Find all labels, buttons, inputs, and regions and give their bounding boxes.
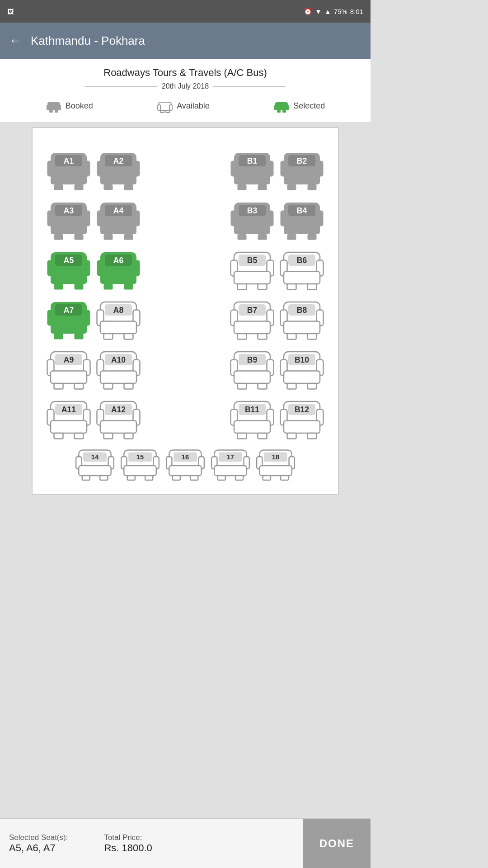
- left-pair-2: A5 A6: [46, 250, 141, 295]
- svg-text:A12: A12: [111, 405, 126, 414]
- seat-A9[interactable]: A9: [46, 349, 91, 395]
- svg-rect-11: [274, 105, 277, 110]
- svg-rect-36: [258, 184, 267, 190]
- legend-selected: Selected: [273, 98, 325, 114]
- back-button[interactable]: ←: [9, 33, 22, 48]
- svg-rect-211: [82, 476, 90, 480]
- booked-seat-icon: [46, 98, 62, 114]
- svg-rect-99: [238, 284, 247, 290]
- status-bar: 🖼 ⏰ ▼ ▲ 75% 8:01: [0, 0, 371, 23]
- svg-text:A6: A6: [113, 256, 124, 265]
- svg-rect-107: [287, 284, 296, 290]
- right-pair-1: B3 B4: [230, 200, 324, 245]
- seat-17[interactable]: 17: [210, 449, 251, 485]
- svg-rect-140: [308, 334, 317, 340]
- svg-rect-60: [124, 234, 133, 240]
- svg-rect-44: [308, 184, 317, 190]
- svg-rect-52: [75, 234, 84, 240]
- svg-rect-6: [158, 105, 160, 110]
- selected-seats-label: Selected Seat(s):: [9, 833, 68, 842]
- seat-18[interactable]: 18: [255, 449, 296, 485]
- seat-A12[interactable]: A12: [96, 399, 141, 444]
- selected-label: Selected: [293, 101, 325, 111]
- seat-A8[interactable]: A8: [96, 300, 141, 345]
- svg-rect-19: [54, 184, 63, 190]
- seat-15[interactable]: 15: [120, 449, 160, 485]
- svg-rect-131: [238, 334, 247, 340]
- alarm-icon: ⏰: [304, 7, 312, 15]
- total-price-value: Rs. 1800.0: [104, 842, 152, 854]
- page-title: Kathmandu - Pokhara: [31, 34, 145, 48]
- bottom-info: Selected Seat(s): A5, A6, A7 Total Price…: [0, 819, 303, 868]
- svg-text:B10: B10: [295, 355, 309, 364]
- svg-rect-43: [287, 184, 296, 190]
- seat-B7[interactable]: B7: [230, 300, 275, 345]
- seat-A6[interactable]: A6: [96, 250, 141, 295]
- svg-rect-227: [173, 476, 180, 480]
- svg-rect-8: [160, 110, 164, 113]
- seat-B4[interactable]: B4: [279, 200, 324, 245]
- seat-A7[interactable]: A7: [46, 300, 91, 345]
- seat-A11[interactable]: A11: [46, 399, 91, 444]
- seat-B9[interactable]: B9: [230, 349, 275, 395]
- svg-rect-115: [54, 334, 63, 340]
- selected-seats-section: Selected Seat(s): A5, A6, A7: [9, 833, 68, 854]
- svg-rect-34: [234, 172, 270, 185]
- signal-icon: ▲: [324, 8, 331, 15]
- total-price-section: Total Price: Rs. 1800.0: [104, 833, 152, 854]
- svg-rect-59: [104, 234, 113, 240]
- svg-rect-236: [235, 476, 243, 480]
- seat-B11[interactable]: B11: [230, 399, 275, 444]
- seat-B1[interactable]: B1: [230, 151, 275, 196]
- seat-16[interactable]: 16: [165, 449, 206, 485]
- booked-label: Booked: [66, 101, 93, 111]
- seat-B5[interactable]: B5: [230, 250, 275, 295]
- svg-rect-84: [75, 284, 84, 290]
- right-pair-4: B9 B10: [230, 349, 324, 395]
- date-line-right: [213, 86, 286, 87]
- photo-icon: 🖼: [7, 8, 14, 15]
- seat-B6[interactable]: B6: [279, 250, 324, 295]
- svg-text:B3: B3: [247, 206, 258, 215]
- svg-rect-155: [104, 383, 113, 389]
- svg-rect-114: [51, 321, 87, 334]
- svg-rect-203: [287, 433, 296, 439]
- svg-rect-234: [214, 466, 246, 476]
- sub-header: Roadways Tours & Travels (A/C Bus) 20th …: [0, 59, 371, 123]
- svg-rect-35: [238, 184, 247, 190]
- seat-B8[interactable]: B8: [279, 300, 324, 345]
- seat-A1[interactable]: A1: [46, 151, 91, 196]
- wifi-icon: ▼: [315, 8, 322, 15]
- svg-rect-108: [308, 284, 317, 290]
- svg-rect-164: [258, 383, 267, 389]
- seat-A10[interactable]: A10: [96, 349, 141, 395]
- seat-row-5: A11 A12: [37, 399, 333, 444]
- svg-rect-67: [238, 234, 247, 240]
- svg-rect-124: [124, 334, 133, 340]
- svg-rect-171: [287, 383, 296, 389]
- seat-14[interactable]: 14: [75, 449, 115, 485]
- seat-A3[interactable]: A3: [46, 200, 91, 245]
- svg-rect-51: [54, 234, 63, 240]
- svg-text:A9: A9: [64, 355, 74, 364]
- seat-B10[interactable]: B10: [279, 349, 324, 395]
- svg-rect-226: [169, 466, 201, 476]
- seat-B12[interactable]: B12: [279, 399, 324, 444]
- left-pair-5: A11 A12: [46, 399, 141, 444]
- seat-row-2: A5 A6: [37, 250, 333, 295]
- svg-rect-178: [51, 421, 87, 434]
- svg-rect-106: [284, 272, 320, 284]
- seat-B2[interactable]: B2: [279, 151, 324, 196]
- seat-A4[interactable]: A4: [96, 200, 141, 245]
- seat-A2[interactable]: A2: [96, 151, 141, 196]
- svg-rect-14: [282, 110, 286, 113]
- svg-rect-218: [124, 466, 156, 476]
- done-button[interactable]: DONE: [303, 819, 371, 868]
- seat-B3[interactable]: B3: [230, 200, 275, 245]
- svg-text:B1: B1: [247, 156, 258, 165]
- svg-rect-180: [75, 433, 84, 439]
- seat-row-4: A9 A10: [37, 349, 333, 395]
- svg-rect-26: [100, 172, 136, 185]
- seat-A5[interactable]: A5: [46, 250, 91, 295]
- available-label: Available: [177, 101, 210, 111]
